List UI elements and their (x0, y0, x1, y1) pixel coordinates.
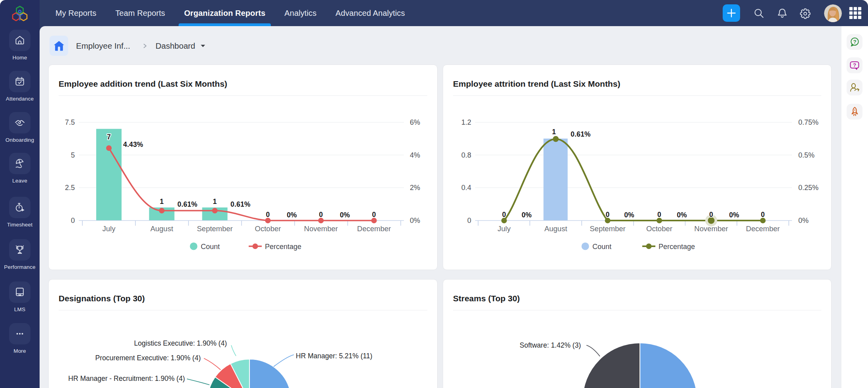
svg-text:0%: 0% (410, 217, 420, 224)
svg-text:0%: 0% (624, 211, 634, 219)
svg-text:August: August (150, 224, 173, 233)
svg-text:0%: 0% (522, 211, 532, 219)
svg-text:0: 0 (657, 211, 661, 219)
svg-text:December: December (746, 224, 780, 233)
svg-text:0.25%: 0.25% (798, 184, 819, 192)
svg-text:0: 0 (71, 217, 75, 224)
svg-text:0: 0 (266, 211, 270, 219)
svg-text:1: 1 (552, 128, 556, 136)
svg-text:Logistics Executive: 1.90% (4): Logistics Executive: 1.90% (4) (134, 339, 227, 347)
svg-text:2.5: 2.5 (65, 184, 75, 192)
svg-text:4%: 4% (410, 151, 420, 159)
svg-text:0.8: 0.8 (461, 151, 471, 159)
svg-text:0%: 0% (287, 211, 297, 219)
svg-text:Percentage: Percentage (265, 243, 301, 251)
svg-text:July: July (103, 224, 116, 233)
svg-text:0: 0 (372, 211, 376, 219)
svg-text:0.5%: 0.5% (798, 151, 815, 159)
svg-text:0: 0 (606, 211, 610, 219)
svg-text:5: 5 (71, 151, 75, 159)
svg-text:0.75%: 0.75% (798, 118, 819, 126)
svg-text:October: October (646, 224, 672, 233)
svg-text:7: 7 (107, 133, 111, 141)
svg-text:0: 0 (502, 211, 506, 219)
svg-text:0: 0 (467, 217, 471, 224)
svg-text:September: September (590, 224, 626, 233)
svg-text:0.4: 0.4 (461, 184, 471, 192)
svg-text:Percentage: Percentage (659, 243, 695, 251)
svg-text:0.61%: 0.61% (230, 200, 251, 208)
svg-text:1: 1 (213, 198, 217, 205)
svg-text:2%: 2% (410, 184, 420, 192)
svg-text:0%: 0% (729, 211, 739, 219)
svg-text:December: December (357, 224, 391, 233)
svg-text:0.61%: 0.61% (177, 200, 198, 208)
svg-text:0.61%: 0.61% (571, 130, 591, 138)
svg-text:Software: 1.42% (3): Software: 1.42% (3) (520, 341, 581, 349)
svg-text:November: November (304, 224, 338, 233)
svg-text:October: October (255, 224, 281, 233)
svg-text:Procurement Executive: 1.90% (: Procurement Executive: 1.90% (4) (95, 354, 201, 362)
svg-text:7.5: 7.5 (65, 118, 75, 126)
svg-text:4.43%: 4.43% (123, 141, 143, 148)
svg-text:6%: 6% (410, 118, 420, 126)
svg-text:?: ? (853, 62, 856, 68)
svg-text:0%: 0% (340, 211, 350, 219)
svg-text:0%: 0% (798, 217, 809, 224)
svg-text:0: 0 (761, 211, 765, 219)
svg-text:July: July (498, 224, 511, 233)
svg-text:HR Manager: 5.21% (11): HR Manager: 5.21% (11) (296, 352, 372, 360)
svg-text:0: 0 (709, 211, 713, 219)
svg-text:1.2: 1.2 (461, 118, 471, 126)
svg-text:0%: 0% (677, 211, 687, 219)
svg-text:September: September (197, 224, 233, 233)
svg-text:?: ? (853, 39, 856, 45)
svg-text:Count: Count (592, 243, 611, 251)
svg-text:Count: Count (201, 243, 220, 251)
svg-text:HR Manager - Recruitment: 1.90: HR Manager - Recruitment: 1.90% (4) (68, 375, 185, 382)
svg-text:August: August (544, 224, 567, 233)
svg-text:1: 1 (160, 198, 164, 205)
svg-text:0: 0 (319, 211, 323, 219)
